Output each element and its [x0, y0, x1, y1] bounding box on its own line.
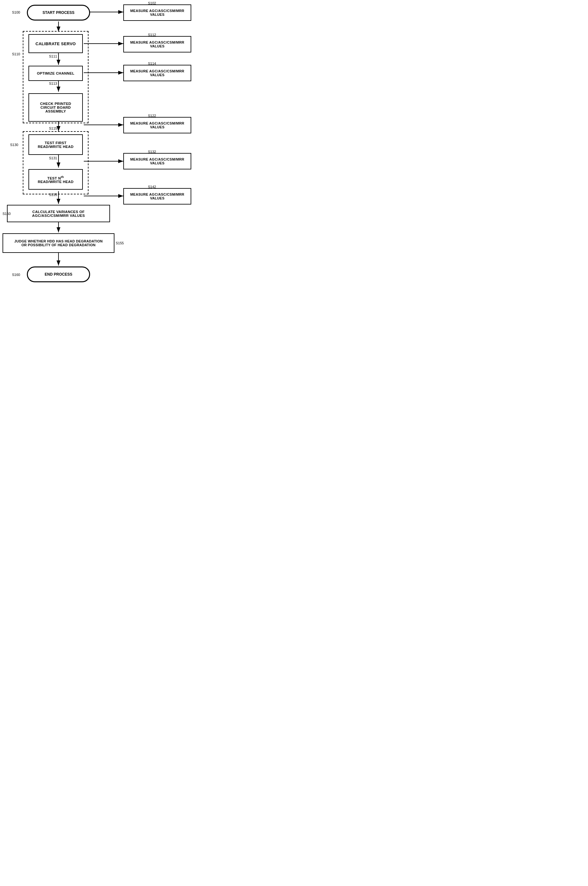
optimize-label: OPTIMIZE CHANNEL: [37, 72, 75, 75]
s132-label: S132: [148, 150, 156, 154]
s112-label: S112: [148, 33, 156, 37]
s160-label: S160: [12, 273, 20, 277]
measure-1-label: MEASURE AGC/ASC/CSM/MRR VALUES: [130, 9, 184, 16]
end-label: END PROCESS: [45, 272, 72, 277]
check-pcb-node: CHECK PRINTED CIRCUIT BOARD ASSEMBLY: [28, 93, 83, 122]
start-label: START PROCESS: [42, 10, 74, 15]
s115-label: S115: [49, 126, 57, 130]
measure-box-2: MEASURE AGC/ASC/CSM/MRR VALUES: [123, 36, 191, 52]
start-node: START PROCESS: [27, 5, 90, 21]
s102-label: S102: [148, 1, 156, 5]
s155-label: S155: [116, 241, 124, 245]
measure-box-4: MEASURE AGC/ASC/CSM/MRR VALUES: [123, 117, 191, 133]
calculate-label: CALCULATE VARIANCES OF AGC/ASC/CSM/MRR V…: [32, 210, 85, 217]
measure-5-label: MEASURE AGC/ASC/CSM/MRR VALUES: [130, 157, 184, 165]
s130-label: S130: [10, 143, 18, 147]
s110-label: S110: [12, 52, 20, 56]
test-nth-label: TEST Nth READ/WRITE HEAD: [38, 175, 74, 184]
s113-label: S113: [49, 82, 57, 85]
s111-label: S111: [49, 54, 57, 58]
calculate-node: CALCULATE VARIANCES OF AGC/ASC/CSM/MRR V…: [7, 205, 110, 222]
measure-box-3: MEASURE AGC/ASC/CSM/MRR VALUES: [123, 65, 191, 81]
calibrate-label: CALIBRATE SERVO: [35, 41, 76, 46]
measure-box-6: MEASURE AGC/ASC/CSM/MRR VALUES: [123, 188, 191, 204]
judge-node: JUDGE WHETHER HDD HAS HEAD DEGRADATION O…: [3, 233, 114, 253]
measure-2-label: MEASURE AGC/ASC/CSM/MRR VALUES: [130, 40, 184, 48]
s142-label: S142: [148, 185, 156, 189]
measure-6-label: MEASURE AGC/ASC/CSM/MRR VALUES: [130, 192, 184, 200]
s135-label: S135: [49, 193, 57, 196]
measure-box-1: MEASURE AGC/ASC/CSM/MRR VALUES: [123, 4, 191, 21]
optimize-channel-node: OPTIMIZE CHANNEL: [28, 66, 83, 81]
test-nth-node: TEST Nth READ/WRITE HEAD: [28, 169, 83, 190]
test-first-label: TEST FIRST READ/WRITE HEAD: [38, 141, 74, 148]
s122-label: S122: [148, 114, 156, 118]
end-node: END PROCESS: [27, 267, 90, 282]
measure-4-label: MEASURE AGC/ASC/CSM/MRR VALUES: [130, 121, 184, 129]
measure-3-label: MEASURE AGC/ASC/CSM/MRR VALUES: [130, 69, 184, 77]
flowchart-diagram: START PROCESS S100 CALIBRATE SERVO S110 …: [0, 0, 196, 295]
s131-label: S131: [49, 156, 57, 160]
judge-label: JUDGE WHETHER HDD HAS HEAD DEGRADATION O…: [14, 239, 102, 247]
s114-label: S114: [148, 61, 156, 66]
calibrate-servo-node: CALIBRATE SERVO: [28, 34, 83, 53]
check-pcb-label: CHECK PRINTED CIRCUIT BOARD ASSEMBLY: [40, 102, 71, 113]
s150-label: S150: [3, 212, 11, 216]
test-first-node: TEST FIRST READ/WRITE HEAD: [28, 134, 83, 155]
start-id: S100: [12, 10, 20, 14]
measure-box-5: MEASURE AGC/ASC/CSM/MRR VALUES: [123, 153, 191, 169]
